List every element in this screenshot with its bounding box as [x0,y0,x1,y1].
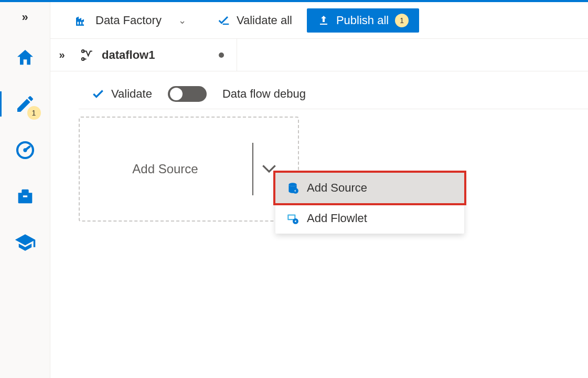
graduation-cap-icon [14,232,36,254]
tab-row: » dataflow1 [50,39,588,71]
validate-label: Validate [111,87,152,101]
chevron-down-icon: ⌄ [178,15,186,26]
divider [252,143,253,195]
check-list-icon [217,13,231,28]
flowlet-icon [286,212,300,225]
check-icon [91,87,105,101]
validate-all-button[interactable]: Validate all [217,13,292,28]
dataflow-canvas[interactable]: Add Source [79,117,588,378]
svg-point-5 [288,183,296,186]
svg-point-1 [23,148,27,152]
publish-pending-badge: 1 [395,14,409,27]
debug-toggle-label: Data flow debug [222,87,306,101]
monitor-nav-button[interactable] [13,138,38,163]
dataflow-icon [80,47,95,63]
author-nav-button[interactable]: 1 [13,91,38,117]
svg-rect-8 [288,216,294,219]
expand-rail-chevrons-icon[interactable]: » [22,10,28,24]
home-nav-button[interactable] [13,45,38,70]
factory-selector[interactable]: Data Factory ⌄ [73,13,186,28]
add-source-placeholder-box[interactable]: Add Source [79,117,299,222]
debug-toggle[interactable] [168,86,207,102]
database-icon [286,181,300,195]
tab-dataflow[interactable]: dataflow1 [73,39,237,71]
menu-item-add-source[interactable]: Add Source [275,173,464,203]
toggle-knob [170,88,183,100]
tab-label: dataflow1 [102,48,155,62]
publish-all-button[interactable]: Publish all 1 [307,8,419,33]
menu-item-add-flowlet-label: Add Flowlet [307,212,367,225]
author-changes-badge: 1 [27,106,41,120]
factory-label: Data Factory [95,14,162,27]
svg-rect-2 [23,195,27,197]
factory-icon [73,13,89,28]
validate-all-label: Validate all [237,14,292,27]
validate-button[interactable]: Validate [91,87,152,101]
dataflow-toolbar: Validate Data flow debug [79,79,588,109]
menu-item-add-flowlet[interactable]: Add Flowlet [275,203,464,234]
add-source-context-menu: Add Source Add Flowlet [275,173,464,234]
home-icon [15,47,36,68]
upload-icon [317,14,330,27]
gauge-icon [15,140,36,161]
toolbox-icon [15,186,36,207]
top-toolbar: Data Factory ⌄ Validate all Publish all … [50,2,588,39]
expand-panel-chevrons-icon[interactable]: » [50,49,73,61]
left-navigation-rail: » 1 [0,2,50,378]
learn-nav-button[interactable] [13,230,38,255]
publish-all-label: Publish all [336,14,389,27]
manage-nav-button[interactable] [13,184,38,209]
menu-item-add-source-label: Add Source [307,181,367,195]
unsaved-indicator-icon [219,52,224,58]
